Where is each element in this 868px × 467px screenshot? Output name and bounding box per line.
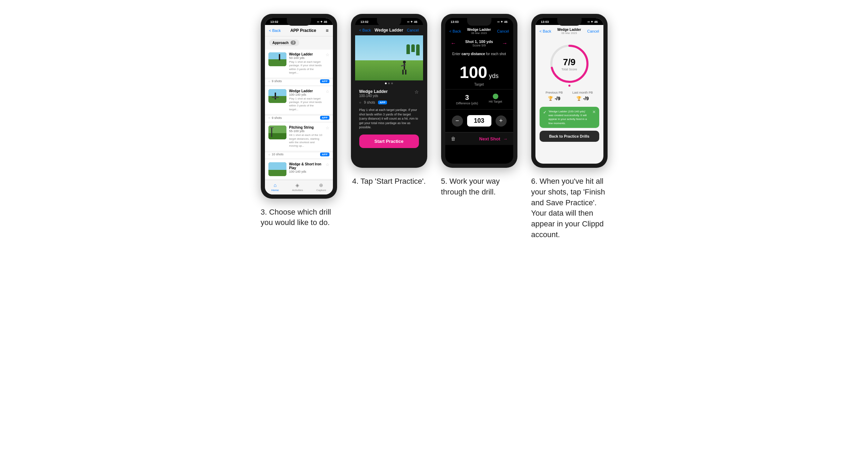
shots-info-1: ○ 9 shots — [268, 79, 282, 83]
score-circle-container: 7/9 Total Score — [535, 37, 603, 87]
p2-shots-row: ○ 9 shots APP — [359, 99, 419, 106]
difference-value: 3 — [456, 94, 478, 102]
phone-frame-2: 13:02 ▪▪ ✦ 46 < Back Wedge Ladder Cancel — [351, 14, 427, 168]
tab-home[interactable]: ⌂ Home — [272, 182, 279, 192]
drill-thumb-img-2 — [268, 89, 286, 103]
drill-list: Wedge Ladder 50-100 yds Play 1 shot at e… — [265, 50, 333, 179]
last-month-pb-label: Last month PB — [573, 91, 593, 94]
drill-range-1: 50-100 yds — [289, 56, 323, 60]
status-time-3: 13:03 — [451, 20, 459, 24]
drill-item-3[interactable]: Pitching String 55-100 yds Hit 1 shot at… — [265, 123, 333, 151]
phone-screen-4: 13:03 ▪▪ ✦ 46 < Back Wedge Ladder 06 Mar… — [535, 18, 603, 164]
prev-shot-arrow[interactable]: ← — [451, 40, 456, 46]
phone-notch-1 — [287, 18, 311, 26]
activities-icon: ◈ — [295, 182, 299, 188]
p3-cancel[interactable]: Cancel — [497, 29, 509, 33]
next-shot-arrow-icon: → — [503, 136, 508, 141]
drill-range-4: 100-140 yds — [289, 170, 323, 173]
back-to-drills-button[interactable]: Back to Practice Drills — [540, 131, 599, 142]
svg-rect-6 — [272, 97, 279, 98]
stats-row: 3 Difference (yds) Hit Target — [445, 89, 513, 110]
p3-nav: < Back Wedge Ladder 06 Mar 2023 Cancel — [445, 25, 513, 37]
previous-pb-val: -/9 — [555, 96, 560, 101]
clock-icon-1: ○ — [268, 79, 270, 83]
total-score-label: Total Score — [561, 68, 577, 71]
hit-target-dot — [493, 94, 498, 99]
next-shot-button[interactable]: Next Shot → — [479, 136, 508, 141]
score-max: 9 — [570, 57, 575, 67]
p2-shots: 9 shots — [364, 101, 375, 104]
toast-close-icon[interactable]: ✕ — [592, 110, 596, 114]
drill-name-2: Wedge Ladder — [289, 89, 323, 93]
star-icon-2: ☆ — [326, 89, 329, 94]
drill-item-4[interactable]: Wedge & Short Iron Play 100-140 yds ☆ — [265, 159, 333, 179]
increment-button[interactable]: + — [496, 115, 507, 127]
shot-label: Shot 1, 100 yds — [465, 40, 493, 44]
pb-row: Previous PB 🏆 -/9 Last month PB 🏆 -/9 — [535, 88, 603, 104]
phone-2: 13:02 ▪▪ ✦ 46 < Back Wedge Ladder Cancel — [351, 14, 427, 168]
drill-info-1: Wedge Ladder 50-100 yds Play 1 shot at e… — [289, 52, 323, 75]
drill-meta-1: ○ 9 shots APP — [265, 79, 333, 86]
drill-item-1[interactable]: Wedge Ladder 50-100 yds Play 1 shot at e… — [265, 50, 333, 78]
p4-nav: < Back Wedge Ladder 06 Mar 2023 Cancel — [535, 25, 603, 37]
svg-rect-0 — [268, 52, 286, 59]
svg-rect-12 — [268, 170, 286, 176]
menu-icon-1[interactable]: ≡ — [326, 28, 328, 33]
drill-item-2[interactable]: Wedge Ladder 100-140 yds Play 1 shot at … — [265, 86, 333, 115]
p4-back[interactable]: < Back — [540, 29, 551, 33]
p2-drill-name: Wedge Ladder — [359, 89, 388, 94]
svg-rect-17 — [401, 64, 406, 67]
p3-back[interactable]: < Back — [449, 29, 461, 33]
tab-activities[interactable]: ◈ Activities — [292, 182, 303, 192]
svg-rect-7 — [268, 126, 286, 133]
drill-thumb-1 — [268, 52, 286, 66]
next-shot-arrow[interactable]: → — [502, 40, 508, 46]
p2-drill-info: Wedge Ladder 100-140 yds — [359, 89, 388, 98]
svg-rect-3 — [268, 89, 286, 96]
back-button-1[interactable]: < Back — [269, 28, 281, 33]
svg-rect-16 — [405, 70, 406, 75]
previous-pb-label: Previous PB — [545, 91, 563, 94]
decrement-button[interactable]: − — [452, 115, 463, 127]
phone-screen-3: 13:03 ▪▪ ✦ 46 < Back Wedge Ladder 06 Mar… — [445, 18, 513, 164]
golfer-svg — [401, 61, 408, 76]
input-row: − 103 + — [445, 110, 513, 132]
tree-1 — [406, 44, 410, 54]
drill-desc-1: Play 1 shot at each target yardage. If y… — [289, 60, 323, 75]
p2-cancel[interactable]: Cancel — [407, 28, 419, 32]
caption-4: 6. When you've hit all your shots, tap '… — [531, 176, 608, 240]
category-label: Approach — [273, 41, 289, 45]
clock-icon-2: ○ — [268, 116, 270, 120]
phone-screen-2: 13:02 ▪▪ ✦ 46 < Back Wedge Ladder Cancel — [355, 18, 423, 164]
shot-distance-input[interactable]: 103 — [467, 115, 491, 127]
stat-difference: 3 Difference (yds) — [456, 94, 478, 105]
target-label: Target — [445, 83, 513, 86]
target-display: 100 yds Target — [445, 57, 513, 89]
drill-name-3: Pitching String — [289, 126, 323, 129]
delete-icon[interactable]: 🗑 — [451, 136, 456, 141]
caption-1: 3. Choose which drill you would like to … — [261, 207, 337, 228]
next-shot-label: Next Shot — [479, 136, 500, 141]
drill-name-4: Wedge & Short Iron Play — [289, 162, 323, 170]
phone-column-4: 13:03 ▪▪ ✦ 46 < Back Wedge Ladder 06 Mar… — [531, 14, 608, 240]
score-indicator-dot — [568, 85, 570, 87]
drill-thumb-img-4 — [268, 162, 286, 176]
p2-desc: Play 1 shot at each target yardage. If y… — [359, 106, 419, 132]
carry-highlight: carry distance — [462, 52, 485, 56]
star-icon-1: ☆ — [326, 52, 329, 57]
tab-capture[interactable]: ⊕ Capture — [316, 182, 326, 192]
drill-thumb-3 — [268, 126, 286, 139]
nav-bar-1: < Back APP Practice ≡ — [265, 25, 333, 36]
p2-card: Wedge Ladder 100-140 yds ☆ ○ 9 shots APP… — [355, 86, 423, 148]
start-practice-button[interactable]: Start Practice — [359, 135, 419, 148]
phone-notch-4 — [557, 18, 582, 26]
p2-back[interactable]: < Back — [359, 28, 371, 32]
shots-info-2: ○ 9 shots — [268, 116, 282, 120]
p2-card-header: Wedge Ladder 100-140 yds ☆ — [359, 86, 419, 99]
app-badge-2: APP — [320, 116, 329, 120]
p4-cancel[interactable]: Cancel — [587, 29, 599, 33]
stat-hit-target: Hit Target — [489, 94, 502, 105]
status-time-4: 13:03 — [541, 20, 549, 24]
phone-column-2: 13:02 ▪▪ ✦ 46 < Back Wedge Ladder Cancel — [351, 14, 427, 187]
svg-rect-1 — [268, 59, 286, 66]
